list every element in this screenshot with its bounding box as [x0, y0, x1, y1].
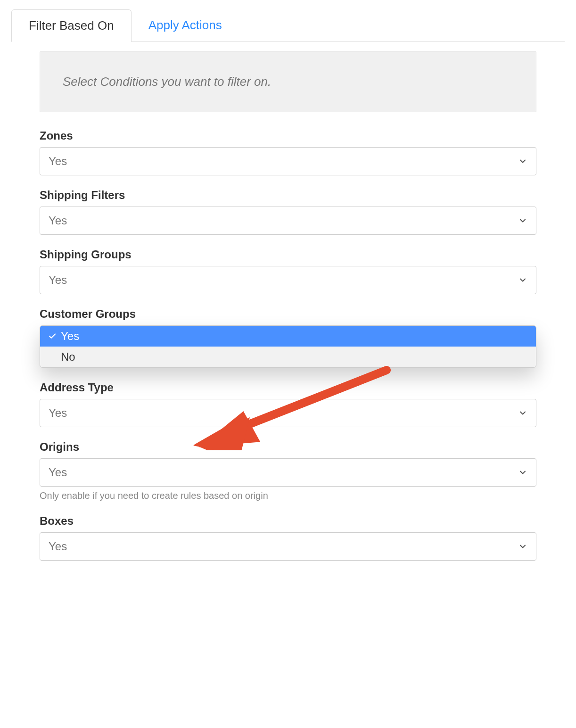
tab-filter-based-on[interactable]: Filter Based On — [11, 9, 132, 42]
shipping-groups-select[interactable]: Yes — [40, 266, 536, 294]
chevron-down-icon — [518, 542, 527, 551]
field-label-address-type: Address Type — [40, 381, 536, 394]
field-label-boxes: Boxes — [40, 514, 536, 528]
field-address-type: Address Type Yes — [40, 381, 536, 427]
address-type-select[interactable]: Yes — [40, 399, 536, 427]
tab-label: Filter Based On — [29, 18, 114, 33]
chevron-down-icon — [518, 275, 527, 285]
select-value: Yes — [49, 214, 518, 227]
field-shipping-filters: Shipping Filters Yes — [40, 189, 536, 235]
origins-select[interactable]: Yes — [40, 458, 536, 487]
instruction-banner: Select Conditions you want to filter on. — [40, 51, 536, 112]
select-value: Yes — [49, 466, 518, 479]
chevron-down-icon — [518, 216, 527, 225]
field-label-customer-groups: Customer Groups — [40, 307, 536, 321]
field-origins: Origins Yes Only enable if you need to c… — [40, 440, 536, 501]
select-value: Yes — [49, 273, 518, 287]
field-label-shipping-groups: Shipping Groups — [40, 248, 536, 261]
select-value: Yes — [49, 540, 518, 553]
select-value: Yes — [49, 155, 518, 168]
chevron-down-icon — [518, 468, 527, 477]
field-boxes: Boxes Yes — [40, 514, 536, 561]
field-label-origins: Origins — [40, 440, 536, 454]
field-zones: Zones Yes — [40, 129, 536, 175]
zones-select[interactable]: Yes — [40, 147, 536, 175]
shipping-filters-select[interactable]: Yes — [40, 207, 536, 235]
tabs-bar: Filter Based On Apply Actions — [11, 9, 565, 42]
field-customer-groups: Customer Groups Yes No — [40, 307, 536, 368]
origins-helper-text: Only enable if you need to create rules … — [40, 490, 536, 501]
boxes-select[interactable]: Yes — [40, 532, 536, 561]
tab-apply-actions[interactable]: Apply Actions — [132, 9, 239, 41]
customer-groups-dropdown[interactable]: Yes No — [40, 325, 536, 368]
field-shipping-groups: Shipping Groups Yes — [40, 248, 536, 294]
option-yes[interactable]: Yes — [40, 326, 536, 347]
field-label-zones: Zones — [40, 129, 536, 142]
option-no[interactable]: No — [40, 347, 536, 367]
chevron-down-icon — [518, 408, 527, 418]
option-label: No — [61, 350, 75, 364]
select-value: Yes — [49, 406, 518, 420]
field-label-shipping-filters: Shipping Filters — [40, 189, 536, 202]
option-label: Yes — [61, 330, 79, 343]
banner-text: Select Conditions you want to filter on. — [63, 74, 513, 89]
check-icon — [46, 332, 59, 340]
tab-label: Apply Actions — [148, 18, 222, 32]
chevron-down-icon — [518, 157, 527, 166]
